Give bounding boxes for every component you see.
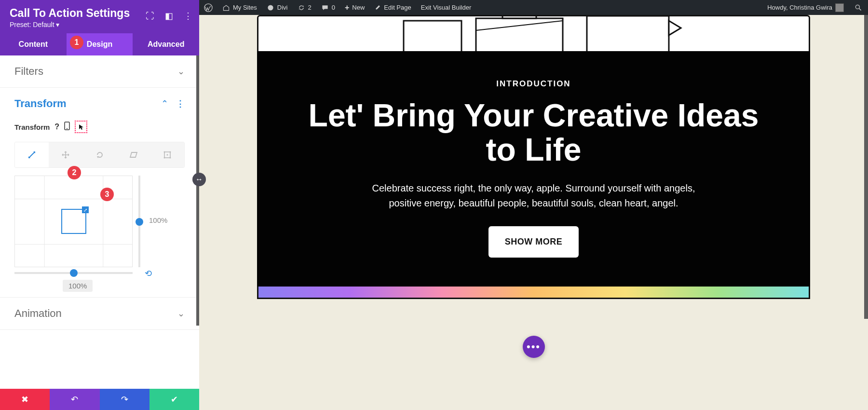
section-more-icon[interactable]: ⋮ [176,99,185,109]
wp-admin-bar: My Sites Divi 2 0 + New Edit Page Exit V… [199,0,868,15]
annotation-badge-1: 1 [70,36,83,49]
svg-point-11 [166,154,168,156]
horizontal-scale-value: 100% [63,280,93,292]
link-axes-icon[interactable]: ⟲ [145,268,152,279]
main-scrollbar[interactable] [864,15,868,410]
cta-kicker: INTRODUCTION [305,79,762,89]
svg-point-9 [163,157,165,159]
cta-module[interactable]: INTRODUCTION Let' Bring Your Creative Id… [257,51,810,287]
svg-point-10 [169,157,171,159]
new-link[interactable]: + New [340,0,369,15]
settings-panel: Filters ⌄ 2 3 Transform ⌃ ⋮ Transform ? [0,55,199,389]
sidebar-action-bar: ✖ ↶ ↷ ✔ [0,389,199,410]
transform-translate-tab[interactable] [49,142,82,167]
edit-page-link[interactable]: Edit Page [369,0,416,15]
tab-advanced[interactable]: Advanced [133,33,199,55]
updates-link[interactable]: 2 [293,0,316,15]
section-title-animation: Animation [14,307,62,320]
transform-preview: ⤢ 100% [14,176,185,267]
chevron-down-icon: ⌄ [177,66,185,77]
tab-content[interactable]: Content [0,33,67,55]
new-label: New [352,4,365,11]
svg-point-8 [169,151,171,153]
cta-body: Celebrate success right, the only way, a… [370,181,698,211]
transform-origin-tab[interactable] [150,142,184,167]
section-title-transform: Transform [14,97,67,110]
svg-point-7 [163,151,165,153]
phone-icon[interactable] [64,122,70,132]
more-icon[interactable]: ⋮ [184,11,192,21]
transform-skew-tab[interactable] [117,142,150,167]
page-canvas: INTRODUCTION Let' Bring Your Creative Id… [199,15,868,299]
columns-icon[interactable]: ◧ [165,11,173,21]
howdy-user[interactable]: Howdy, Christina Gwira [762,0,849,15]
expand-icon[interactable]: ⛶ [146,11,154,21]
search-icon[interactable] [849,0,868,15]
save-button[interactable]: ✔ [149,389,199,410]
transform-label: Transform [14,123,50,131]
section-filters[interactable]: Filters ⌄ [0,55,199,88]
edit-page-label: Edit Page [384,4,411,11]
redo-button[interactable]: ↷ [100,389,149,410]
my-sites-label: My Sites [233,4,257,11]
undo-button[interactable]: ↶ [50,389,99,410]
svg-line-2 [29,152,35,158]
hero-illustration [257,15,810,51]
scale-corner-handle[interactable]: ⤢ [82,206,89,213]
comments-count: 0 [332,4,335,11]
site-link[interactable]: Divi [262,0,293,15]
avatar [835,3,844,12]
main-canvas: My Sites Divi 2 0 + New Edit Page Exit V… [199,0,868,410]
vertical-slider-thumb[interactable] [136,218,143,226]
preset-selector[interactable]: Preset: Default ▾ [10,21,190,28]
svg-line-17 [859,8,861,10]
hover-state-icon[interactable] [75,121,87,133]
section-head-transform[interactable]: Transform ⌃ ⋮ [14,97,185,110]
builder-fab[interactable]: ••• [523,336,545,358]
updates-count: 2 [308,4,312,11]
comments-link[interactable]: 0 [316,0,340,15]
vertical-scale-slider[interactable]: 100% [136,176,159,267]
svg-point-16 [855,5,859,9]
transform-rotate-tab[interactable] [82,142,116,167]
settings-tabs: Content Design Advanced [0,33,199,55]
svg-rect-18 [476,18,563,51]
svg-point-13 [268,5,273,10]
wp-logo-icon[interactable] [199,0,217,15]
transform-type-tabs [14,142,185,168]
settings-sidebar: Call To Action Settings Preset: Default … [0,0,199,410]
cta-title: Let' Bring Your Creative Ideas to Life [305,98,762,167]
exit-visual-builder-link[interactable]: Exit Visual Builder [416,0,476,15]
svg-rect-22 [587,16,669,51]
annotation-badge-2: 2 [68,166,81,179]
chevron-up-icon: ⌃ [161,99,168,109]
exit-vb-label: Exit Visual Builder [421,4,472,11]
svg-rect-19 [502,15,536,18]
sidebar-header: Call To Action Settings Preset: Default … [0,0,199,33]
horizontal-scale-slider[interactable]: ⟲ 100% [14,270,133,287]
chevron-down-icon: ⌄ [177,308,185,319]
svg-rect-21 [404,21,461,51]
gradient-divider [257,287,810,299]
section-transform: Transform ⌃ ⋮ Transform ? [0,88,199,298]
help-icon[interactable]: ? [54,123,59,131]
annotation-badge-3: 3 [100,188,114,201]
main-scrollbar-thumb[interactable] [864,15,868,319]
sidebar-resize-handle[interactable]: ↔ [192,173,206,186]
cta-button[interactable]: SHOW MORE [488,226,579,258]
my-sites-link[interactable]: My Sites [217,0,262,15]
section-title-filters: Filters [14,65,43,78]
scale-handle-box[interactable]: ⤢ [61,209,86,234]
scale-grid[interactable]: ⤢ [14,176,133,267]
horizontal-slider-thumb[interactable] [70,269,78,277]
vertical-scale-value: 100% [149,216,167,224]
svg-marker-23 [669,21,681,35]
howdy-label: Howdy, Christina Gwira [767,4,832,11]
site-label: Divi [277,4,288,11]
section-animation[interactable]: Animation ⌄ [0,298,199,330]
svg-point-1 [67,128,68,129]
cancel-button[interactable]: ✖ [0,389,50,410]
transform-scale-tab[interactable] [15,142,49,167]
